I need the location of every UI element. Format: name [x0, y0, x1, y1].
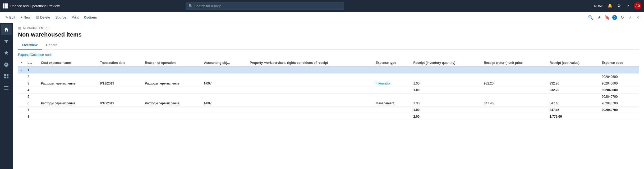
table-row[interactable]: 41.00932.20902040600: [18, 87, 639, 94]
cell-unit_price: [482, 107, 547, 113]
row-check[interactable]: [18, 107, 25, 113]
cell-cost_value: [548, 66, 600, 74]
cell-name: [39, 87, 98, 94]
sidebar: [0, 23, 13, 169]
source-button[interactable]: Source: [53, 13, 68, 22]
expand-collapse-link[interactable]: Expand/Collapse node: [18, 53, 53, 57]
avatar[interactable]: AD: [634, 2, 641, 10]
table-row[interactable]: 3Расходы перечисление9/11/2019Расходы пе…: [18, 80, 639, 87]
cell-reason: [143, 107, 202, 113]
svg-rect-2: [4, 77, 6, 78]
help-icon[interactable]: ?: [625, 3, 631, 9]
cell-expense_code: 902040600: [600, 87, 639, 94]
cell-num: 3: [25, 80, 39, 87]
cell-name: [39, 74, 98, 80]
open-new-icon[interactable]: ↗: [627, 15, 633, 20]
sidebar-item-favorites[interactable]: [1, 48, 12, 58]
cell-num: 7: [25, 107, 39, 113]
table-row[interactable]: 2902040600: [18, 74, 639, 80]
print-button[interactable]: Print: [70, 13, 81, 22]
cell-unit_price: [482, 66, 547, 74]
cell-date: [98, 94, 143, 100]
row-check[interactable]: ✓: [18, 66, 25, 74]
notification-badge: 0: [612, 15, 617, 20]
username-label: RUMF: [594, 4, 604, 8]
cell-unit_price: 847.46: [482, 100, 547, 107]
sidebar-item-home[interactable]: [1, 24, 12, 35]
cell-name: Расходы перечисление: [39, 80, 98, 87]
cell-date: [98, 74, 143, 80]
cell-receipt_qty: 1.00: [411, 80, 482, 87]
svg-rect-0: [4, 74, 6, 76]
cell-cost_value: 1,779.66: [548, 113, 600, 120]
apps-grid-icon[interactable]: [3, 3, 8, 8]
edit-button[interactable]: ✎ Edit: [3, 13, 17, 22]
cell-num: 6: [25, 100, 39, 107]
cell-property: [248, 74, 374, 80]
row-check[interactable]: [18, 113, 25, 120]
data-table: ✓ L... Cost expense name Transaction dat…: [18, 59, 639, 120]
cell-expense_type: [374, 113, 411, 120]
cell-acct: N007: [202, 80, 248, 87]
delete-button[interactable]: 🗑 Delete: [34, 13, 52, 22]
search-bar[interactable]: 🔍: [186, 2, 344, 10]
cell-property: [248, 87, 374, 94]
personalize-icon[interactable]: ★: [596, 15, 602, 20]
sidebar-item-recent[interactable]: [1, 59, 12, 70]
row-check[interactable]: [18, 100, 25, 107]
bell-icon[interactable]: 🔔: [607, 3, 613, 9]
row-check[interactable]: [18, 74, 25, 80]
tab-overview[interactable]: Overview: [18, 41, 42, 50]
cell-expense_type: Information: [374, 80, 411, 87]
table-row[interactable]: 82.001,779.66: [18, 113, 639, 120]
cell-acct: [202, 107, 248, 113]
cell-unit_price: [482, 94, 547, 100]
row-check[interactable]: [18, 87, 25, 94]
col-line: L...: [25, 59, 39, 66]
options-button[interactable]: Options: [82, 13, 99, 22]
bookmark-icon[interactable]: 🔖: [604, 15, 610, 20]
cell-date: [98, 107, 143, 113]
filter-icon[interactable]: ☰: [18, 27, 21, 31]
action-bar: ✎ Edit + New 🗑 Delete Source Print Optio…: [0, 12, 644, 23]
svg-rect-1: [7, 74, 8, 76]
cell-receipt_qty: 2.00: [411, 113, 482, 120]
table-row[interactable]: ✓1: [18, 66, 639, 74]
cell-acct: [202, 113, 248, 120]
tab-general[interactable]: General: [42, 41, 62, 50]
cell-expense_code: [600, 66, 639, 74]
cell-expense_code: 902040700: [600, 94, 639, 100]
sidebar-item-modules[interactable]: [1, 83, 12, 93]
table-row[interactable]: 71.00847.46902040700: [18, 107, 639, 113]
table-row[interactable]: 6Расходы перечисление9/10/2019Расходы пе…: [18, 100, 639, 107]
cell-expense_type: [374, 94, 411, 100]
col-acct: Accounting obj...: [202, 59, 248, 66]
cell-expense_type: [374, 87, 411, 94]
toolbar-search-button[interactable]: 🔍: [588, 15, 593, 20]
cell-unit_price: [482, 113, 547, 120]
col-receipt-qty: Receipt (inventory quantity): [411, 59, 482, 66]
row-check[interactable]: [18, 80, 25, 87]
search-input[interactable]: [194, 4, 341, 8]
new-button[interactable]: + New: [18, 13, 33, 22]
refresh-icon[interactable]: ↻: [619, 15, 625, 20]
cell-acct: [202, 94, 248, 100]
table-row[interactable]: 5902040700: [18, 94, 639, 100]
cell-cost_value: 847.46: [548, 100, 600, 107]
cell-cost_value: 847.46: [548, 107, 600, 113]
cell-expense_code: [600, 113, 639, 120]
cell-num: 5: [25, 94, 39, 100]
row-check[interactable]: [18, 94, 25, 100]
cell-date: [98, 66, 143, 74]
cell-date: [98, 87, 143, 94]
sidebar-item-filter[interactable]: [1, 36, 12, 47]
settings-icon[interactable]: ⚙: [616, 3, 622, 9]
delete-icon: 🗑: [36, 15, 39, 19]
cell-acct: [202, 66, 248, 74]
top-bar-right: RUMF 🔔 ⚙ ? AD: [594, 2, 641, 10]
close-icon[interactable]: ✕: [635, 15, 641, 20]
col-expense-type: Expense type: [374, 59, 411, 66]
cell-receipt_qty: [411, 94, 482, 100]
sidebar-item-workspace[interactable]: [1, 71, 12, 82]
app-title: Finance and Operations Preview: [10, 4, 60, 8]
